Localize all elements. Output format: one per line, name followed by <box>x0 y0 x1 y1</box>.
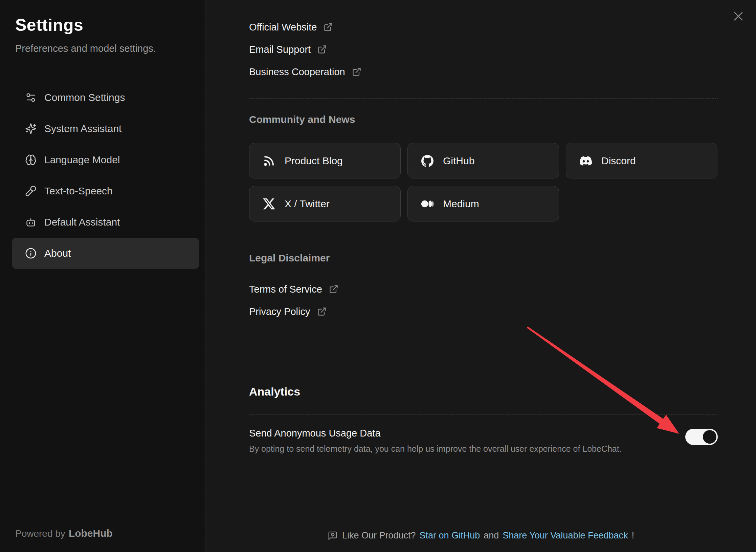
external-link-icon <box>324 22 333 32</box>
sidebar-item-text-to-speech[interactable]: Text-to-Speech <box>12 175 199 207</box>
product-blog-button[interactable]: Product Blog <box>249 143 401 178</box>
bottom-banner: Like Our Product? Star on GitHub and Sha… <box>206 530 756 541</box>
discord-icon <box>580 155 592 167</box>
sidebar: Settings Preferences and model settings.… <box>0 0 205 552</box>
github-button[interactable]: GitHub <box>407 143 559 178</box>
sidebar-item-common-settings[interactable]: Common Settings <box>12 82 199 113</box>
bot-icon <box>25 216 37 228</box>
close-icon <box>732 10 745 23</box>
lobehub-brand: LobeHub <box>69 528 113 539</box>
powered-by-text: Powered by <box>15 528 65 539</box>
link-terms-of-service[interactable]: Terms of Service <box>249 281 718 297</box>
page-subtitle: Preferences and model settings. <box>15 43 196 54</box>
sidebar-item-about[interactable]: About <box>12 238 199 269</box>
analytics-setting-row: Send Anonymous Usage Data By opting to s… <box>249 427 718 454</box>
banner-prefix: Like Our Product? <box>342 530 416 541</box>
community-buttons: Product Blog GitHub Discord <box>249 143 718 221</box>
send-usage-data-toggle[interactable] <box>685 429 718 445</box>
divider <box>249 98 718 99</box>
external-link-icon <box>317 307 327 316</box>
sidebar-item-system-assistant[interactable]: System Assistant <box>12 113 199 144</box>
settings-window: Settings Preferences and model settings.… <box>0 0 756 552</box>
external-link-icon <box>317 45 327 54</box>
about-panel: Contact Us Official Website Email Suppor… <box>206 0 756 552</box>
link-email-support[interactable]: Email Support <box>249 41 718 58</box>
discord-button[interactable]: Discord <box>566 143 717 178</box>
external-link-icon <box>329 284 338 294</box>
page-title: Settings <box>15 15 196 35</box>
sidebar-item-language-model[interactable]: Language Model <box>12 144 199 175</box>
setting-description: By opting to send telemetry data, you ca… <box>249 443 622 454</box>
banner-conjunction: and <box>484 530 499 541</box>
banner-suffix: ! <box>632 530 635 541</box>
sidebar-item-label: Text-to-Speech <box>44 185 113 197</box>
sidebar-item-label: Language Model <box>44 154 120 166</box>
sidebar-item-label: Common Settings <box>44 92 125 103</box>
sidebar-item-label: System Assistant <box>44 123 121 134</box>
sliders-icon <box>25 91 37 104</box>
analytics-heading: Analytics <box>249 383 718 400</box>
medium-button[interactable]: Medium <box>407 186 559 221</box>
github-icon <box>421 155 433 167</box>
rss-icon <box>263 155 275 167</box>
divider <box>249 236 718 236</box>
x-logo-icon <box>263 198 275 210</box>
brain-icon <box>25 154 37 166</box>
legal-heading: Legal Disclaimer <box>249 251 718 265</box>
divider <box>249 414 718 415</box>
sparkles-icon <box>25 123 37 135</box>
mic-icon <box>25 185 37 197</box>
message-heart-icon <box>328 531 338 541</box>
close-button[interactable] <box>731 9 746 24</box>
medium-icon <box>421 198 433 210</box>
toggle-knob <box>703 430 716 444</box>
x-twitter-button[interactable]: X / Twitter <box>249 186 401 221</box>
link-official-website[interactable]: Official Website <box>249 19 718 35</box>
setting-title: Send Anonymous Usage Data <box>249 427 622 440</box>
community-heading: Community and News <box>249 112 718 127</box>
setting-text: Send Anonymous Usage Data By opting to s… <box>249 427 622 454</box>
sidebar-item-label: About <box>44 248 71 259</box>
share-feedback-link[interactable]: Share Your Valuable Feedback <box>503 530 628 541</box>
contact-us-heading: Contact Us <box>249 0 718 2</box>
external-link-icon <box>352 67 361 77</box>
star-on-github-link[interactable]: Star on GitHub <box>420 530 480 541</box>
sidebar-item-default-assistant[interactable]: Default Assistant <box>12 207 199 238</box>
sidebar-nav: Common Settings System Assistant Languag… <box>6 82 205 269</box>
sidebar-item-label: Default Assistant <box>44 216 120 228</box>
link-business-cooperation[interactable]: Business Cooperation <box>249 64 718 80</box>
link-privacy-policy[interactable]: Privacy Policy <box>249 303 718 320</box>
powered-by: Powered byLobeHub <box>15 528 113 539</box>
info-icon <box>25 247 37 259</box>
